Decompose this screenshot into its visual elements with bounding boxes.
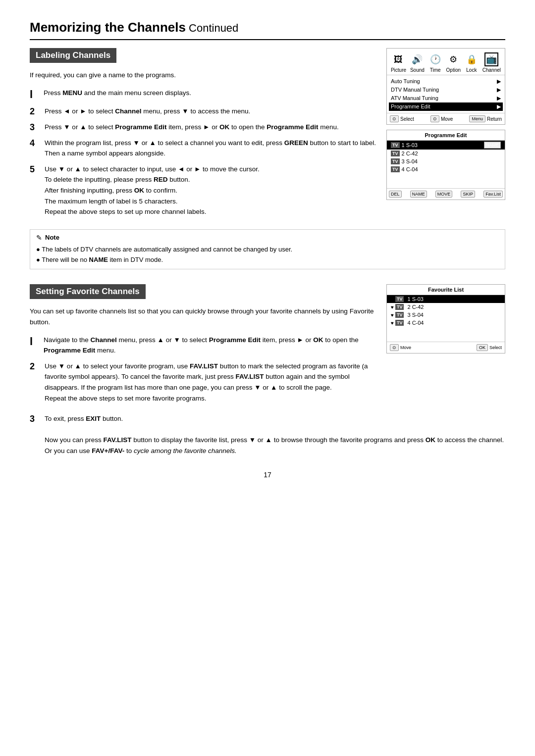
fav-move-btn: ⊙ <box>390 344 399 351</box>
fav-row-4: ♥ TV 4 C-04 <box>387 319 505 327</box>
step-1-text: Press MENU and the main menu screen disp… <box>44 88 376 99</box>
tv-badge-2: TV <box>391 151 400 156</box>
fav-footer-select: OK Select <box>477 344 502 351</box>
move-btn-2: MOVE <box>435 191 453 198</box>
prog-edit-footer: DEL NAME MOVE SKIP Fav.List <box>387 188 505 200</box>
note-icon: ✎ <box>36 234 42 242</box>
tv-badge-4: TV <box>391 166 400 172</box>
menu-item-dtv-manual: DTV Manual Tuning▶ <box>391 86 501 94</box>
tv-menu-footer: ⊙ Select ⊙ Move Menu Return <box>387 113 505 124</box>
name-badge-1: NAME <box>484 142 501 149</box>
heart-icon-4: ♥ <box>391 320 394 326</box>
heart-icon-2: ♥ <box>391 304 394 310</box>
fav-tv-badge-2: TV <box>395 304 404 310</box>
move-btn: ⊙ <box>430 115 439 122</box>
step-1-num: l <box>30 88 44 101</box>
icon-sound: 🔊 Sound <box>410 52 425 73</box>
note-box: ✎ Note ● The labels of DTV channels are … <box>30 229 505 270</box>
channel-label: Channel <box>482 67 501 73</box>
fav-list-footer: ⊙ Move OK Select <box>387 342 505 353</box>
fav-move-label: Move <box>400 345 411 350</box>
fav-channel-2: 2 C-42 <box>407 304 424 310</box>
fav-list-diagram: Favourite List ♥ TV 1 S-03 ♥ TV 2 C-42 ♥… <box>386 284 505 353</box>
fav-step-2-text: Use ▼ or ▲ to select your favorite progr… <box>45 361 376 403</box>
move-label: Move <box>441 116 453 122</box>
labeling-diagrams: 🖼 Picture 🔊 Sound 🕐 Time ⚙ Option <box>386 48 505 222</box>
page-title: Memorizing the Channels Continued <box>30 20 505 40</box>
prog-edit-title: Programme Edit <box>387 130 505 141</box>
menu-item-programme-edit: Programme Edit▶ <box>389 102 503 111</box>
favourite-content-left: Setting Favorite Channels You can set up… <box>30 284 376 408</box>
heart-icon-3: ♥ <box>391 312 394 318</box>
note-header: ✎ Note <box>36 234 499 242</box>
step-3-text: Press ▼ or ▲ to select Programme Edit it… <box>45 122 376 133</box>
fav-channel-3: 3 S-04 <box>407 312 423 318</box>
favourite-header: Setting Favorite Channels <box>30 284 146 299</box>
select-label: Select <box>400 116 414 122</box>
option-label: Option <box>446 67 461 73</box>
picture-label: Picture <box>391 67 406 73</box>
step-5-text: Use ▼ or ▲ to select character to input,… <box>45 164 376 217</box>
lock-label: Lock <box>466 67 477 73</box>
step-1: l Press MENU and the main menu screen di… <box>30 88 376 101</box>
time-label: Time <box>430 67 441 73</box>
fav-tv-badge-1: TV <box>395 296 404 302</box>
tv-menu-icons: 🖼 Picture 🔊 Sound 🕐 Time ⚙ Option <box>387 49 505 75</box>
labeling-header: Labeling Channels <box>30 48 116 63</box>
fav-row-3: ♥ TV 3 S-04 <box>387 311 505 319</box>
menu-btn: Menu <box>469 115 485 122</box>
fav-select-label: Select <box>489 345 502 350</box>
favourite-intro: You can set up favorite channels list so… <box>30 306 376 327</box>
step-3: 3 Press ▼ or ▲ to select Programme Edit … <box>30 122 376 133</box>
menu-item-atv-manual: ATV Manual Tuning▶ <box>391 94 501 102</box>
select-btn: ⊙ <box>390 115 399 122</box>
step-3-num: 3 <box>30 122 45 133</box>
del-btn: DEL <box>389 191 402 198</box>
tv-badge-1: TV <box>391 142 400 148</box>
fav-step-3-num: 3 <box>30 413 45 424</box>
prog-num-3: 3 S-04 <box>402 158 418 164</box>
return-label: Return <box>487 116 502 122</box>
fav-step-1-text: Navigate to the Channel menu, press ▲ or… <box>44 335 376 356</box>
footer-return: Menu Return <box>469 115 502 122</box>
icon-lock: 🔒 Lock <box>465 52 479 73</box>
note-text: ● The labels of DTV channels are automat… <box>36 245 499 265</box>
footer-select: ⊙ Select <box>390 115 414 122</box>
tv-menu-items: Auto Tuning▶ DTV Manual Tuning▶ ATV Manu… <box>387 75 505 113</box>
fav-row-1: ♥ TV 1 S-03 <box>387 295 505 303</box>
icon-option: ⚙ Option <box>446 52 461 73</box>
prog-num-2: 2 C-42 <box>402 151 418 156</box>
time-icon: 🕐 <box>428 52 442 66</box>
lock-icon: 🔒 <box>465 52 479 66</box>
step-5-num: 5 <box>30 164 45 175</box>
prog-row-4: TV 4 C-04 <box>387 165 505 173</box>
page-number: 17 <box>30 471 505 479</box>
fav-tv-badge-3: TV <box>395 312 404 318</box>
title-text: Memorizing the Channels <box>30 20 186 35</box>
fav-channel-1: 1 S-03 <box>407 296 423 302</box>
fav-tv-badge-4: TV <box>395 320 404 326</box>
tv-menu-diagram: 🖼 Picture 🔊 Sound 🕐 Time ⚙ Option <box>386 48 505 125</box>
labeling-section: Labeling Channels If required, you can g… <box>30 48 505 269</box>
menu-item-auto-tuning: Auto Tuning▶ <box>391 77 501 86</box>
prog-row-2: TV 2 C-42 <box>387 150 505 157</box>
footer-move: ⊙ Move <box>430 115 453 122</box>
option-icon: ⚙ <box>446 52 460 66</box>
programme-edit-diagram: Programme Edit TV 1 S-03 NAME TV 2 C-42 … <box>386 130 505 200</box>
fav-step-3: 3 To exit, press EXIT button.Now you can… <box>30 413 505 456</box>
prog-num-4: 4 C-04 <box>402 166 418 172</box>
tv-badge-3: TV <box>391 158 400 164</box>
labeling-content-left: Labeling Channels If required, you can g… <box>30 48 376 222</box>
icon-channel: 📺 Channel <box>482 52 501 73</box>
favlist-btn: Fav.List <box>483 191 503 198</box>
step-2-num: 2 <box>30 106 45 117</box>
heart-icon-1: ♥ <box>391 297 394 302</box>
fav-step-2-num: 2 <box>30 361 45 372</box>
step-5: 5 Use ▼ or ▲ to select character to inpu… <box>30 164 376 217</box>
step-2: 2 Press ◄ or ► to select Channel menu, p… <box>30 106 376 117</box>
note-label: Note <box>45 234 59 241</box>
prog-row-1: TV 1 S-03 NAME <box>387 141 505 150</box>
sound-icon: 🔊 <box>410 52 424 66</box>
channel-icon: 📺 <box>484 52 498 66</box>
favourite-section: Setting Favorite Channels You can set up… <box>30 284 505 456</box>
